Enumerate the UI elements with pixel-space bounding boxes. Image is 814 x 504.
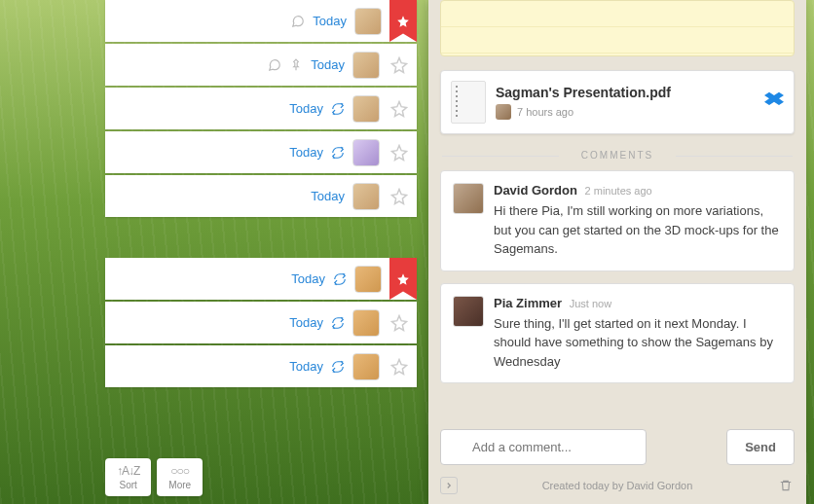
- chat-icon: [291, 15, 305, 28]
- task-date[interactable]: Today: [313, 14, 347, 28]
- task-row[interactable]: Today: [105, 302, 417, 343]
- detail-panel: Sagman's Presentation.pdf 7 hours ago CO…: [428, 0, 806, 504]
- sort-button[interactable]: ↑A↓Z Sort: [105, 458, 151, 496]
- comment-input[interactable]: [440, 429, 647, 465]
- task-date[interactable]: Today: [291, 271, 325, 286]
- avatar[interactable]: [354, 8, 382, 35]
- avatar[interactable]: [354, 266, 382, 293]
- sort-label: Sort: [120, 480, 137, 490]
- avatar[interactable]: [352, 353, 380, 380]
- star-toggle[interactable]: [388, 97, 411, 121]
- star-toggle[interactable]: [388, 141, 411, 164]
- task-date[interactable]: Today: [289, 359, 323, 374]
- star-toggle[interactable]: [388, 355, 411, 378]
- sort-icon: ↑A↓Z: [117, 464, 139, 478]
- avatar[interactable]: [453, 183, 484, 214]
- avatar: [496, 104, 511, 120]
- trash-icon[interactable]: [777, 477, 795, 494]
- task-date[interactable]: Today: [289, 101, 323, 116]
- detail-footer: Created today by David Gordon: [440, 477, 795, 494]
- file-icon: [451, 81, 486, 124]
- task-row[interactable]: Today: [105, 0, 417, 42]
- comment-body: Hi there Pia, I'm still working on more …: [494, 201, 782, 259]
- comment-author: Pia Zimmer: [494, 296, 562, 310]
- task-row[interactable]: Today: [105, 88, 417, 129]
- comment-time: 2 minutes ago: [585, 185, 652, 197]
- avatar[interactable]: [352, 95, 380, 123]
- task-list: Today Today Today Today Today Today Toda…: [105, 0, 417, 389]
- comments-heading: COMMENTS: [428, 150, 806, 161]
- file-attachment[interactable]: Sagman's Presentation.pdf 7 hours ago: [440, 70, 795, 134]
- comment: David Gordon 2 minutes ago Hi there Pia,…: [440, 170, 795, 271]
- compose-row: Send: [440, 429, 795, 465]
- comment-author: David Gordon: [494, 183, 577, 198]
- task-date[interactable]: Today: [311, 57, 345, 72]
- star-toggle[interactable]: [388, 311, 411, 335]
- file-time: 7 hours ago: [517, 106, 574, 118]
- recur-icon: [331, 102, 345, 116]
- task-date[interactable]: Today: [311, 189, 345, 203]
- avatar[interactable]: [352, 139, 380, 166]
- comment-time: Just now: [570, 298, 611, 309]
- task-row[interactable]: Today: [105, 175, 417, 217]
- comment: Pia Zimmer Just now Sure thing, I'll get…: [440, 283, 795, 384]
- list-toolbar: ↑A↓Z Sort ○○○ More: [105, 458, 417, 496]
- recur-icon: [333, 272, 347, 286]
- task-row[interactable]: Today: [105, 258, 417, 300]
- expand-icon[interactable]: [440, 477, 458, 494]
- star-toggle[interactable]: [388, 54, 411, 77]
- note-area[interactable]: [440, 0, 795, 56]
- task-row[interactable]: Today: [105, 345, 417, 387]
- avatar[interactable]: [453, 296, 484, 327]
- pin-icon: [289, 58, 303, 72]
- more-label: More: [168, 480, 191, 490]
- avatar[interactable]: [352, 52, 380, 79]
- star-ribbon[interactable]: [389, 258, 417, 300]
- recur-icon: [331, 360, 345, 374]
- file-title: Sagman's Presentation.pdf: [496, 85, 755, 100]
- task-row[interactable]: Today: [105, 44, 417, 86]
- task-row[interactable]: Today: [105, 131, 417, 173]
- avatar[interactable]: [352, 309, 380, 337]
- avatar[interactable]: [352, 183, 380, 210]
- dropbox-icon[interactable]: [764, 90, 784, 115]
- created-by: Created today by David Gordon: [542, 480, 693, 491]
- more-button[interactable]: ○○○ More: [157, 458, 203, 496]
- star-toggle[interactable]: [388, 185, 411, 208]
- send-button[interactable]: Send: [726, 429, 795, 465]
- task-date[interactable]: Today: [289, 145, 323, 160]
- recur-icon: [331, 316, 345, 330]
- chat-icon: [268, 58, 281, 72]
- recur-icon: [331, 146, 345, 160]
- more-icon: ○○○: [170, 464, 189, 478]
- comment-body: Sure thing, I'll get started on it next …: [494, 314, 782, 372]
- task-date[interactable]: Today: [289, 315, 323, 330]
- star-ribbon[interactable]: [389, 0, 417, 42]
